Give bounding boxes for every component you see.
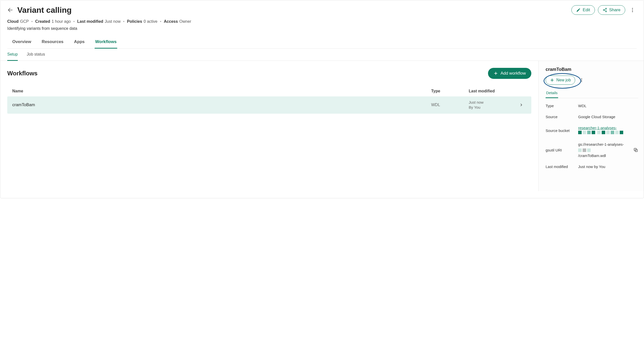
svg-point-15 [581,81,582,82]
description: Identifying variants from sequence data [7,26,637,31]
redacted-text [578,131,623,136]
side-more-menu[interactable] [578,76,586,84]
redacted-text [578,148,591,152]
header-more-menu[interactable] [628,6,637,14]
tab-apps[interactable]: Apps [74,37,85,49]
col-type: Type [431,89,469,93]
svg-point-14 [581,80,582,80]
detail-type-label: Type [546,104,576,108]
add-workflow-button[interactable]: Add workflow [488,68,531,79]
svg-point-7 [632,10,633,11]
sub-tabs: Setup Job status [0,49,644,61]
meta-access-label: Access [164,19,178,24]
back-arrow-icon[interactable] [7,7,13,13]
tab-overview[interactable]: Overview [12,37,32,49]
meta-cloud-value: GCP [20,19,29,24]
kebab-icon [579,78,584,83]
tab-workflows[interactable]: Workflows [95,37,117,49]
meta-access-value: Owner [179,19,191,24]
meta-row: Cloud GCP • Created 1 hour ago • Last mo… [7,19,637,24]
add-workflow-label: Add workflow [501,71,526,76]
svg-point-3 [605,11,607,12]
share-button[interactable]: Share [598,5,625,15]
meta-modified-value: Just now [105,19,120,24]
edit-button[interactable]: Edit [571,5,595,15]
page-title: Variant calling [17,6,567,15]
detail-source-label: Source [546,115,576,119]
meta-modified-label: Last modified [77,19,103,24]
workflows-heading: Workflows [7,70,38,77]
meta-policies-value: 0 active [144,19,157,24]
row-type: WDL [431,103,469,107]
share-label: Share [609,8,620,13]
row-modified: Just now By You [469,100,516,110]
subtab-setup[interactable]: Setup [7,52,18,61]
detail-modified-label: Last modified [546,164,576,169]
svg-point-2 [603,10,604,11]
tab-resources[interactable]: Resources [41,37,64,49]
detail-modified-value: Just now by You [578,164,631,170]
row-name: cramToBam [12,102,431,107]
kebab-icon [630,7,635,13]
detail-gsutil-label: gsutil URI [546,148,576,152]
side-title: cramToBam [546,67,638,72]
svg-point-8 [632,11,633,12]
share-icon [603,8,607,12]
main-tabs: Overview Resources Apps Workflows [7,37,637,49]
svg-point-1 [605,8,607,10]
detail-gsutil-value: gs://researcher-1-analyses- /cramToBam.w… [578,142,631,158]
new-job-button[interactable]: New job [546,76,575,85]
copy-button[interactable] [633,147,638,152]
new-job-label: New job [556,78,571,82]
side-panel: cramToBam New job Details Type WDL Sourc… [539,61,644,191]
subtab-job-status[interactable]: Job status [27,52,45,61]
detail-type-value: WDL [578,103,631,109]
svg-line-4 [604,9,605,10]
chevron-right-icon [516,103,526,107]
workflows-table: Name Type Last modified cramToBam WDL Ju… [7,86,531,114]
pencil-icon [576,8,581,12]
svg-point-6 [632,8,633,9]
edit-label: Edit [583,8,590,13]
detail-source-value: Google Cloud Storage [578,114,631,120]
col-name: Name [12,89,431,93]
copy-icon [633,147,638,152]
meta-created-value: 1 hour ago [52,19,71,24]
side-tab-details[interactable]: Details [546,89,558,98]
plus-icon [494,71,498,76]
meta-cloud-label: Cloud [7,19,19,24]
table-row[interactable]: cramToBam WDL Just now By You [7,96,531,114]
detail-bucket-label: Source bucket [546,128,576,133]
col-last-modified: Last modified [469,89,516,93]
svg-line-5 [604,10,605,11]
meta-created-label: Created [35,19,50,24]
detail-bucket-value[interactable]: researcher-1-analyses- [578,125,631,136]
svg-point-13 [581,78,582,79]
meta-policies-label: Policies [127,19,142,24]
plus-icon [550,78,554,82]
